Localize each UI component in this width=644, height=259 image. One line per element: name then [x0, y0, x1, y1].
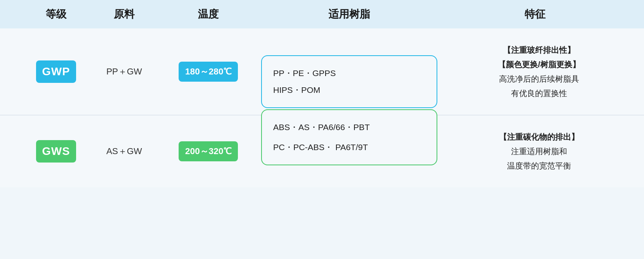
gwp-feature-line3: 高洗净后的后续树脂具	[450, 72, 628, 86]
gws-row: GWS AS＋GW 200～320℃ ABS・AS・PA6/66・PBT PC・…	[0, 115, 644, 187]
gwp-feature-line4: 有优良的置换性	[450, 86, 628, 100]
header-feature: 特征	[442, 7, 628, 21]
gws-resin-line1: ABS・AS・PA6/66・PBT	[273, 119, 425, 136]
gwp-resin-line1: PP・PE・GPPS	[273, 65, 425, 82]
gwp-resin-line2: HIPS・POM	[273, 82, 425, 98]
gws-feature-line2: 注重适用树脂和	[450, 144, 628, 159]
gwp-grade-cell: GWP	[24, 60, 88, 83]
gws-resin-box: ABS・AS・PA6/66・PBT PC・PC-ABS・ PA6T/9T	[261, 109, 437, 165]
gws-feature-cell: 【注重碳化物的排出】 注重适用树脂和 温度带的宽范平衡	[442, 130, 628, 173]
header-temp: 温度	[160, 7, 256, 21]
gws-temp-cell: 200～320℃	[160, 141, 256, 161]
gws-grade-cell: GWS	[24, 140, 88, 163]
gwp-resin-box: PP・PE・GPPS HIPS・POM	[261, 55, 437, 108]
gwp-badge: GWP	[36, 60, 76, 83]
gwp-temp-cell: 180～280℃	[160, 62, 256, 82]
header-material: 原料	[88, 7, 160, 21]
gws-badge: GWS	[36, 140, 76, 163]
gwp-feature-line1: 【注重玻纤排出性】	[450, 43, 628, 57]
header-grade: 等级	[24, 7, 88, 21]
gws-feature-line3: 温度带的宽范平衡	[450, 159, 628, 173]
gws-resin-cell: ABS・AS・PA6/66・PBT PC・PC-ABS・ PA6T/9T	[256, 125, 442, 165]
gwp-row: GWP PP＋GW 180～280℃ PP・PE・GPPS HIPS・POM 【…	[0, 28, 644, 115]
gwp-feature-line2: 【颜色更换/树脂更换】	[450, 57, 628, 72]
gws-material: AS＋GW	[88, 145, 160, 157]
gws-temp-badge: 200～320℃	[179, 141, 237, 161]
gwp-material: PP＋GW	[88, 66, 160, 78]
gws-feature-line1: 【注重碳化物的排出】	[450, 130, 628, 144]
table-container: 等级 原料 温度 适用树脂 特征 GWP PP＋GW 180～280℃ PP・P…	[0, 0, 644, 187]
header-resin: 适用树脂	[256, 7, 442, 21]
gwp-resin-cell: PP・PE・GPPS HIPS・POM	[256, 55, 442, 88]
header-row: 等级 原料 温度 适用树脂 特征	[0, 0, 644, 28]
gwp-feature-cell: 【注重玻纤排出性】 【颜色更换/树脂更换】 高洗净后的后续树脂具 有优良的置换性	[442, 43, 628, 100]
gwp-temp-badge: 180～280℃	[179, 62, 237, 82]
gws-resin-line2: PC・PC-ABS・ PA6T/9T	[273, 139, 425, 156]
